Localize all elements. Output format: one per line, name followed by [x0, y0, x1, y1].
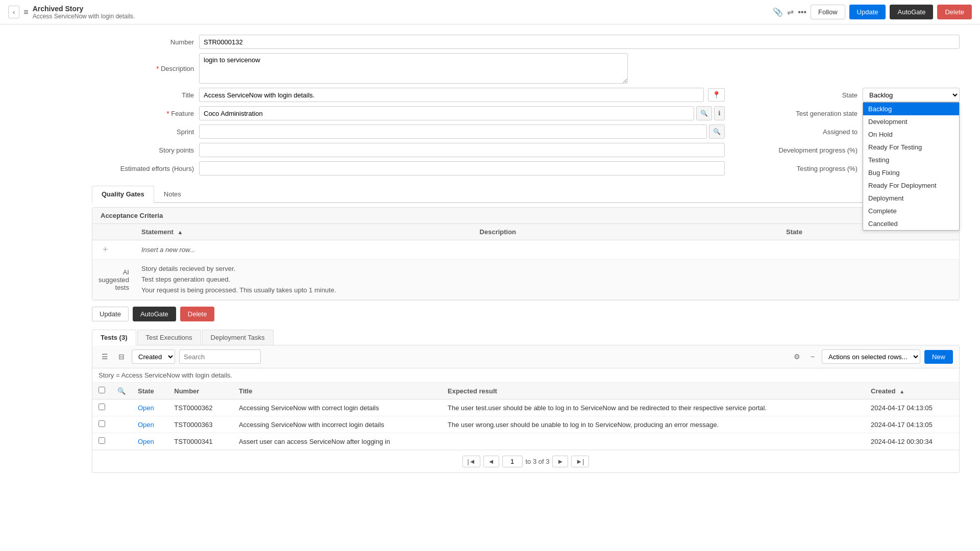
search-input[interactable] — [179, 349, 261, 364]
ac-add-col-header — [92, 224, 135, 240]
tests-toolbar: ☰ ⊟ Created ⚙ − Actions on selected rows… — [92, 345, 959, 368]
tests-tab-tests[interactable]: Tests (3) — [92, 330, 136, 345]
sprint-search-btn[interactable]: 🔍 — [709, 124, 725, 139]
feature-search-btn[interactable]: 🔍 — [696, 106, 712, 120]
ac-header-row: Statement ▲ Description State — [92, 224, 959, 240]
row2-title: Accessing ServiceNow with incorrect logi… — [233, 416, 442, 433]
state-option-readyfortesting[interactable]: Ready For Testing — [863, 141, 959, 154]
ai-line1: Story details recieved by server. — [141, 264, 953, 274]
top-bar-actions: 📎 ⇌ ••• Follow Update AutoGate Delete — [773, 5, 972, 19]
autogate-bottom-button[interactable]: AutoGate — [133, 307, 176, 321]
sprint-assigned-row: Sprint 🔍 Assigned to — [92, 124, 960, 139]
next-page-btn[interactable]: ► — [552, 456, 568, 467]
state-option-bugfixing[interactable]: Bug Fixing — [863, 166, 959, 179]
feature-info-btn[interactable]: ℹ — [714, 106, 725, 120]
number-row: Number — [92, 35, 960, 49]
state-option-deployment[interactable]: Deployment — [863, 192, 959, 205]
update-button[interactable]: Update — [849, 5, 886, 19]
state-option-onhold[interactable]: On Hold — [863, 128, 959, 141]
page-input[interactable] — [502, 456, 523, 467]
efforts-input[interactable] — [199, 161, 725, 176]
state-option-complete[interactable]: Complete — [863, 205, 959, 217]
follow-button[interactable]: Follow — [811, 5, 845, 19]
number-label: Number — [92, 38, 194, 46]
row3-checkbox[interactable] — [99, 437, 105, 444]
efforts-field: Estimated efforts (Hours) — [92, 161, 725, 176]
ai-line2: Test steps generation queued. — [141, 274, 953, 285]
sprint-input[interactable] — [199, 124, 707, 139]
filter-select[interactable]: Created — [132, 349, 175, 364]
row2-created: 2024-04-17 04:13:05 — [865, 416, 959, 433]
row1-checkbox[interactable] — [99, 404, 105, 410]
created-sort-icon[interactable] — [899, 388, 904, 394]
row3-expected — [442, 433, 865, 450]
tab-quality-gates[interactable]: Quality Gates — [92, 186, 154, 203]
actions-select[interactable]: Actions on selected rows... — [822, 349, 920, 364]
page-title-block: Archived Story Access ServiceNow with lo… — [33, 5, 135, 20]
number-input[interactable] — [199, 35, 960, 49]
new-test-btn[interactable]: New — [924, 350, 953, 364]
row3-state[interactable]: Open — [138, 438, 154, 445]
state-option-cancelled[interactable]: Cancelled — [863, 217, 959, 230]
acceptance-criteria-card: Acceptance Criteria ⚙ − Statement ▲ Desc… — [92, 207, 960, 300]
title-input[interactable] — [199, 88, 704, 102]
select-all-checkbox[interactable] — [99, 387, 105, 393]
table-settings-btn[interactable]: ⚙ — [791, 351, 803, 362]
pagination: |◄ ◄ to 3 of 3 ► ►| — [92, 450, 959, 472]
pin-button[interactable]: 📍 — [708, 88, 725, 102]
tests-tab-executions[interactable]: Test Executions — [137, 330, 201, 345]
search-col-icon[interactable]: 🔍 — [117, 387, 126, 395]
state-option-testing[interactable]: Testing — [863, 154, 959, 166]
autogate-button[interactable]: AutoGate — [890, 5, 933, 19]
delete-button[interactable]: Delete — [937, 5, 972, 19]
filter-btn[interactable]: ⊟ — [115, 351, 128, 362]
last-page-btn[interactable]: ►| — [571, 456, 589, 467]
prev-page-btn[interactable]: ◄ — [483, 456, 499, 467]
tab-notes[interactable]: Notes — [154, 186, 191, 203]
statement-sort-icon[interactable]: ▲ — [177, 229, 183, 235]
state-dropdown-menu: Backlog Development On Hold Ready For Te… — [863, 102, 960, 231]
state-option-backlog[interactable]: Backlog — [863, 103, 959, 115]
acceptance-criteria-body: Statement ▲ Description State + Insert a… — [92, 224, 959, 300]
row2-state[interactable]: Open — [138, 421, 154, 429]
first-page-btn[interactable]: |◄ — [462, 456, 480, 467]
sprint-input-group: 🔍 — [199, 124, 725, 139]
number-col-header: Number — [168, 383, 233, 399]
menu-icon[interactable]: ≡ — [23, 8, 28, 17]
more-icon[interactable]: ••• — [798, 8, 806, 17]
list-view-btn[interactable]: ☰ — [99, 351, 111, 362]
testgen-label: Test generation state — [755, 110, 857, 117]
sliders-icon[interactable]: ⇌ — [787, 7, 794, 17]
title-state-row: Title 📍 State Backlog Development On Hol… — [92, 88, 960, 102]
delete-bottom-button[interactable]: Delete — [180, 307, 215, 321]
title-label: Title — [92, 91, 194, 99]
title-field: Title 📍 — [92, 88, 725, 102]
state-option-development[interactable]: Development — [863, 115, 959, 128]
insert-row-text[interactable]: Insert a new row... — [135, 240, 959, 260]
update-bottom-button[interactable]: Update — [92, 307, 129, 321]
description-label: * Description — [92, 65, 194, 72]
description-input[interactable]: login to servicenow — [199, 53, 628, 84]
state-option-readyfordeployment[interactable]: Ready For Deployment — [863, 179, 959, 192]
ai-suggested-label: AI suggested tests — [92, 260, 135, 300]
feature-input[interactable] — [199, 106, 694, 120]
sprint-label: Sprint — [92, 128, 194, 136]
table-minus-btn[interactable]: − — [807, 351, 818, 362]
state-select[interactable]: Backlog Development On Hold Ready For Te… — [863, 88, 960, 102]
created-col-header: Created — [865, 383, 959, 399]
main-tabs: Quality Gates Notes — [92, 186, 960, 203]
storypoints-input[interactable] — [199, 143, 725, 157]
search-col-header: 🔍 — [111, 383, 132, 399]
tests-tab-deployment[interactable]: Deployment Tasks — [202, 330, 274, 345]
attachment-icon[interactable]: 📎 — [773, 7, 783, 17]
top-bar-left: ‹ ≡ Archived Story Access ServiceNow wit… — [8, 5, 773, 20]
ai-line3: Your request is being processed. This us… — [141, 285, 953, 296]
ai-suggested-content: Story details recieved by server. Test s… — [135, 260, 959, 300]
add-row-btn[interactable]: + — [99, 244, 112, 255]
ac-description-header: Description — [474, 224, 780, 240]
top-bar: ‹ ≡ Archived Story Access ServiceNow wit… — [0, 0, 980, 24]
back-button[interactable]: ‹ — [8, 6, 19, 18]
row2-checkbox[interactable] — [99, 420, 105, 427]
row1-state[interactable]: Open — [138, 404, 154, 412]
row1-title: Accessing ServiceNow with correct login … — [233, 399, 442, 416]
